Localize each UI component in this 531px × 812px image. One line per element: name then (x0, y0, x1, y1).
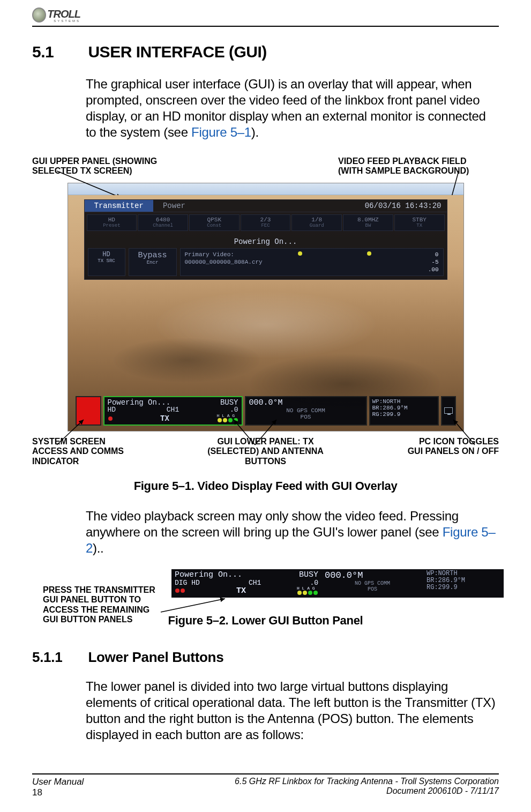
logo-icon (32, 8, 46, 23)
intro-text-a: The graphical user interface (GUI) is an… (86, 77, 486, 139)
encr-box[interactable]: Bypass Encr (129, 248, 177, 276)
svg-line-3 (234, 420, 255, 445)
svg-line-5 (453, 420, 475, 445)
subsection-body: The lower panel is divided into two larg… (86, 679, 499, 743)
arrow-system-screen (51, 415, 116, 448)
subsection-number: 5.1.1 (32, 649, 86, 666)
footer-right-2: Document 200610D - 7/11/17 (235, 786, 499, 796)
svg-line-6 (161, 599, 225, 612)
cell-guard[interactable]: 1/8Guard (291, 214, 342, 231)
footer-page-number: 18 (32, 787, 84, 798)
header-rule (32, 26, 499, 27)
svg-line-4 (255, 420, 276, 445)
header-logo: TROLL SYSTEMS (32, 5, 499, 25)
status-powering-on: Powering On... (85, 235, 447, 248)
monitor-icon (444, 407, 453, 414)
timestamp: 06/03/16 16:43:20 (360, 200, 447, 212)
cell-const[interactable]: QPSKConst (189, 214, 240, 231)
footer-right-1: 6.5 GHz RF Linkbox for Tracking Antenna … (235, 777, 499, 786)
arrow-lower-panel (207, 415, 303, 448)
page-footer: User Manual 18 6.5 GHz RF Linkbox for Tr… (32, 773, 499, 798)
cell-fec[interactable]: 2/3FEC (241, 214, 291, 231)
arrow-press-tx (161, 596, 236, 617)
cell-preset[interactable]: HDPreset (87, 214, 137, 231)
logo-text: TROLL (47, 8, 80, 20)
svg-line-0 (57, 171, 121, 198)
callout-press-tx: PRESS THE TRANSMITTER GUI PANEL BUTTON T… (43, 585, 166, 625)
pos-readout-fig2: WP:NORTH BR:286.9°M RG:299.9 (423, 569, 504, 598)
video-info-box: Primary Video:0 000000_000000_808A.cry-5… (180, 248, 444, 276)
cell-tx[interactable]: STBYTX (394, 214, 445, 231)
figure-5-1-caption: Figure 5–1. Video Display Feed with GUI … (32, 479, 499, 493)
svg-line-2 (57, 420, 84, 445)
section-title: USER INTERFACE (GUI) (88, 43, 266, 61)
figure-ref-5-1: Figure 5–1 (191, 125, 251, 139)
gui-upper-panel: Transmitter Power 06/03/16 16:43:20 HDPr… (84, 199, 447, 280)
tx-src-box[interactable]: HD TX SRC (88, 248, 125, 276)
arrow-pc-icon (416, 415, 480, 448)
para-2: The video playback screen may only show … (86, 508, 499, 556)
tx-button-fig2[interactable]: Powering On...BUSY DIG HDCH1.0 TX H L A … (171, 569, 321, 598)
tab-transmitter[interactable]: Transmitter (85, 200, 153, 212)
cell-channel[interactable]: 6480Channel (138, 214, 188, 231)
subsection-title: Lower Panel Buttons (88, 649, 223, 666)
video-playback-area[interactable]: Transmitter Power 06/03/16 16:43:20 HDPr… (68, 195, 463, 431)
figure-5-1: Transmitter Power 06/03/16 16:43:20 HDPr… (68, 183, 464, 431)
section-number: 5.1 (32, 43, 86, 61)
pos-button-fig2[interactable]: 000.0°M NO GPS COMM POS (321, 569, 423, 598)
cell-bw[interactable]: 8.0MHZBW (343, 214, 393, 231)
footer-left-1: User Manual (32, 777, 84, 787)
intro-text-b: ). (251, 125, 259, 139)
figure-5-2: Powering On...BUSY DIG HDCH1.0 TX H L A … (171, 569, 504, 598)
intro-paragraph: The graphical user interface (GUI) is an… (86, 76, 499, 140)
tab-power[interactable]: Power (153, 200, 195, 212)
